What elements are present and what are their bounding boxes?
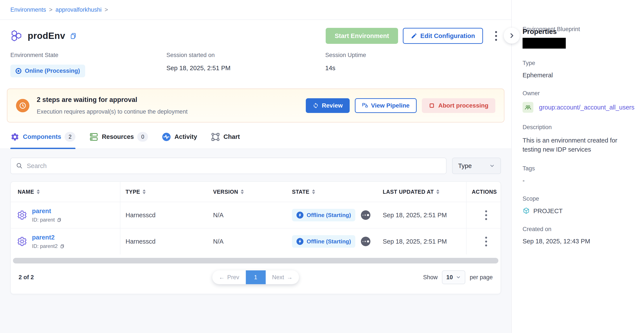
component-state: Offline (Starting)	[287, 202, 378, 228]
chevron-right-icon	[508, 32, 515, 39]
tags-label: Tags	[522, 165, 634, 172]
sort-icon	[143, 189, 146, 194]
page: Environments > approvalforkhushi > prodE…	[0, 0, 644, 333]
table-row: parent ID: parent Harnesscd N/A Offline …	[11, 202, 500, 228]
state-loading-icon[interactable]	[361, 237, 370, 246]
view-pipeline-button[interactable]: View Pipeline	[355, 98, 417, 113]
type-label: Type	[522, 60, 634, 66]
components-table: NAME TYPE VERSION STATE LAST UPDATED AT …	[10, 181, 501, 294]
breadcrumb-environments[interactable]: Environments	[10, 6, 46, 13]
tab-bar: Components 2 Resources 0 Activity	[0, 122, 511, 149]
blueprint-value-redacted	[522, 38, 566, 49]
component-name-link[interactable]: parent2	[32, 234, 64, 241]
row-actions-menu-icon[interactable]	[481, 207, 491, 223]
session-started-value: Sep 18, 2025, 2:51 PM	[166, 64, 325, 72]
component-updated-at: Sep 18, 2025, 2:51 PM	[378, 229, 466, 254]
table-row: parent2 ID: parent2 Harnesscd N/A Offlin…	[11, 228, 500, 254]
horizontal-scrollbar[interactable]	[13, 258, 498, 264]
per-page-label: per page	[470, 274, 493, 281]
approval-banner-title: 2 steps are waiting for approval	[37, 96, 188, 104]
collapse-panel-button[interactable]	[504, 28, 520, 44]
server-stack-icon	[89, 132, 98, 141]
breadcrumb-project[interactable]: approvalforkhushi	[56, 6, 102, 13]
approval-banner-subtitle: Execution requires approval(s) to contin…	[37, 108, 188, 115]
tags-value: -	[522, 177, 634, 184]
abort-processing-button[interactable]: Abort processing	[422, 98, 495, 113]
header-section: prodEnv Start Environment Edit Configura…	[0, 20, 511, 149]
session-started-label: Session started on	[166, 52, 325, 58]
owner-label: Owner	[522, 90, 634, 97]
column-header-state[interactable]: STATE	[287, 182, 378, 202]
components-tab-content: Type NAME TYPE VERSION STATE LAST UPDATE…	[0, 149, 511, 294]
copy-icon[interactable]	[60, 244, 64, 249]
tab-components-label: Components	[23, 133, 61, 140]
type-value: Ephemeral	[522, 72, 634, 79]
column-header-type[interactable]: TYPE	[120, 182, 208, 202]
show-label: Show	[423, 274, 438, 281]
start-environment-button[interactable]: Start Environment	[326, 28, 398, 44]
scope-label: Scope	[522, 195, 634, 202]
online-status-icon	[16, 68, 22, 74]
prev-page-button[interactable]: ←Prev	[212, 270, 246, 284]
status-row: Environment State Online (Processing) Se…	[0, 48, 511, 87]
page-size-dropdown[interactable]: 10	[442, 270, 465, 284]
tab-resources[interactable]: Resources 0	[89, 132, 148, 149]
breadcrumb-separator: >	[49, 6, 52, 13]
environment-state-badge: Online (Processing)	[10, 64, 85, 77]
group-icon	[522, 102, 533, 113]
component-id: ID: parent2	[32, 243, 64, 249]
pagination: 2 of 2 ←Prev 1 Next→ Show 10 per page	[11, 265, 500, 294]
column-header-name[interactable]: NAME	[11, 182, 120, 202]
component-updated-at: Sep 18, 2025, 2:51 PM	[378, 202, 466, 228]
copy-icon[interactable]	[57, 218, 62, 222]
tags-group: Tags -	[522, 165, 634, 184]
sort-icon	[312, 189, 315, 194]
session-uptime-value: 14s	[325, 64, 366, 72]
created-group: Created on Sep 18, 2025, 12:43 PM	[522, 226, 634, 245]
chevron-down-icon	[489, 163, 495, 169]
column-header-actions: ACTIONS	[466, 182, 500, 202]
pencil-icon	[411, 33, 417, 39]
component-state: Offline (Starting)	[287, 229, 378, 254]
owner-group: Owner group:account/_account_all_users	[522, 90, 634, 113]
component-name-link[interactable]: parent	[32, 208, 62, 215]
type-filter-dropdown[interactable]: Type	[452, 158, 501, 174]
search-input[interactable]	[27, 162, 441, 170]
gear-icon	[10, 132, 20, 141]
component-type: Harnesscd	[120, 202, 208, 228]
edit-configuration-button[interactable]: Edit Configuration	[403, 28, 483, 44]
tab-activity[interactable]: Activity	[162, 132, 197, 148]
offline-state-badge: Offline (Starting)	[292, 209, 355, 221]
approval-banner: 2 steps are waiting for approval Executi…	[7, 88, 504, 122]
cube-icon	[522, 207, 530, 215]
header-more-menu-icon[interactable]	[491, 28, 501, 44]
properties-title: Properties	[522, 28, 557, 36]
pipeline-icon	[362, 103, 368, 109]
next-page-button[interactable]: Next→	[266, 270, 299, 284]
state-loading-icon[interactable]	[361, 210, 370, 220]
row-actions-menu-icon[interactable]	[481, 234, 491, 249]
table-header-row: NAME TYPE VERSION STATE LAST UPDATED AT …	[11, 182, 500, 202]
component-gear-icon	[17, 210, 27, 220]
tab-chart[interactable]: Chart	[211, 132, 240, 148]
column-header-last-updated[interactable]: LAST UPDATED AT	[378, 182, 466, 202]
created-label: Created on	[522, 226, 634, 233]
search-icon	[16, 162, 23, 169]
tab-activity-label: Activity	[174, 133, 197, 140]
copy-title-icon[interactable]	[70, 32, 77, 39]
owner-link[interactable]: group:account/_account_all_users	[539, 104, 634, 111]
chevron-down-icon	[456, 275, 461, 280]
current-page-button[interactable]: 1	[246, 270, 266, 284]
properties-panel: Properties Environment Blueprint Type Ep…	[511, 0, 644, 333]
type-group: Type Ephemeral	[522, 60, 634, 79]
review-button[interactable]: Review	[306, 98, 350, 113]
banner-actions: Review View Pipeline Abort processing	[306, 98, 495, 113]
clock-icon	[16, 99, 30, 112]
created-value: Sep 18, 2025, 12:43 PM	[522, 238, 634, 245]
component-type: Harnesscd	[120, 229, 208, 254]
title-row: prodEnv Start Environment Edit Configura…	[0, 20, 511, 48]
component-id: ID: parent	[32, 217, 62, 223]
tab-components[interactable]: Components 2	[10, 132, 76, 149]
column-header-version[interactable]: VERSION	[208, 182, 287, 202]
refresh-icon	[313, 103, 319, 109]
